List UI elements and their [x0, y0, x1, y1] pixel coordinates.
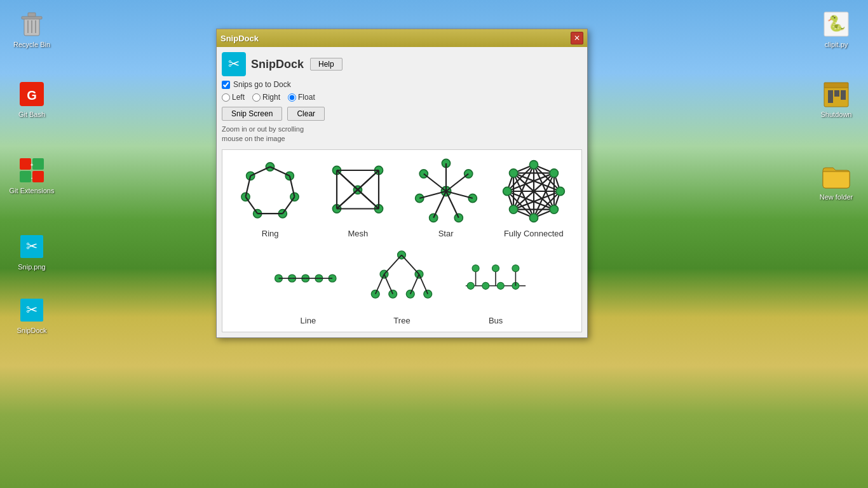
svg-line-32 — [270, 166, 290, 175]
bus-label: Bus — [489, 316, 503, 325]
svg-line-123 — [376, 274, 384, 294]
svg-point-128 — [467, 282, 474, 289]
snipdock-desktop-icon: ✂ — [17, 295, 47, 325]
svg-point-101 — [529, 214, 538, 222]
svg-line-52 — [358, 190, 379, 209]
clear-button[interactable]: Clear — [287, 107, 325, 121]
svg-point-104 — [509, 169, 517, 177]
radio-float[interactable] — [288, 93, 296, 102]
svg-rect-9 — [32, 158, 44, 170]
svg-line-36 — [246, 197, 258, 214]
radio-right[interactable] — [252, 93, 261, 102]
svg-line-66 — [433, 191, 446, 218]
snip-png-label: Snip.png — [18, 263, 45, 271]
svg-text:🐍: 🐍 — [827, 14, 846, 32]
radio-left-option: Left — [222, 93, 245, 102]
desktop-icon-clipit[interactable]: 🐍 clipit.py — [811, 6, 862, 51]
svg-rect-24 — [841, 90, 846, 100]
desktop-icon-snip-png[interactable]: ✂ Snip.png — [6, 229, 57, 273]
svg-point-60 — [415, 194, 423, 202]
app-icon-box: ✂ — [222, 52, 246, 76]
svg-text:✂: ✂ — [26, 238, 37, 254]
topology-image-area[interactable]: Ring — [222, 149, 582, 332]
topology-ring: Ring — [229, 156, 311, 238]
svg-point-133 — [492, 265, 499, 272]
svg-point-129 — [482, 282, 489, 289]
radio-right-label: Right — [262, 93, 280, 102]
git-extensions-label: Git Extensions — [10, 187, 55, 194]
window-title: SnipDock — [220, 34, 259, 43]
help-button[interactable]: Help — [310, 58, 342, 71]
svg-rect-23 — [834, 90, 839, 97]
svg-rect-2 — [28, 13, 36, 17]
svg-point-98 — [550, 169, 558, 177]
svg-line-124 — [384, 274, 393, 294]
desktop-icon-recycle-bin[interactable]: Recycle Bin — [6, 6, 57, 51]
snips-go-to-dock-label: Snips go to Dock — [233, 80, 291, 89]
svg-point-99 — [556, 187, 564, 195]
scissors-icon: ✂ — [228, 56, 240, 72]
snipdock-desktop-label: SnipDock — [17, 327, 46, 334]
desktop-icon-snipdock[interactable]: ✂ SnipDock — [6, 292, 57, 337]
svg-text:✂: ✂ — [26, 302, 37, 318]
radio-left-label: Left — [232, 93, 245, 102]
snip-screen-button[interactable]: Snip Screen — [222, 107, 282, 121]
topology-grid-row1: Ring — [229, 156, 575, 238]
svg-line-68 — [423, 173, 445, 191]
svg-line-126 — [419, 274, 428, 294]
svg-rect-11 — [32, 171, 44, 182]
svg-point-97 — [529, 160, 538, 168]
svg-line-125 — [410, 274, 419, 294]
snip-png-icon: ✂ — [17, 231, 47, 262]
svg-rect-10 — [20, 171, 31, 182]
svg-line-50 — [358, 170, 379, 190]
star-diagram — [411, 156, 481, 226]
desktop-icon-new-folder[interactable]: New folder — [811, 159, 862, 203]
ring-label: Ring — [262, 229, 279, 238]
topology-tree: Tree — [358, 243, 447, 325]
svg-point-130 — [498, 282, 505, 289]
clipit-label: clipit.py — [825, 41, 848, 48]
git-bash-icon: G — [17, 79, 47, 109]
shutdown-icon — [821, 79, 851, 109]
svg-point-132 — [472, 265, 479, 272]
svg-line-34 — [283, 197, 295, 214]
radio-left[interactable] — [222, 93, 230, 102]
recycle-bin-label: Recycle Bin — [13, 41, 50, 48]
line-label: Line — [301, 316, 316, 325]
window-titlebar: SnipDock ✕ — [217, 29, 587, 47]
svg-rect-21 — [824, 83, 848, 88]
svg-text:G: G — [27, 88, 37, 102]
svg-text:+: + — [31, 162, 34, 168]
svg-point-57 — [468, 194, 477, 202]
checkbox-row: Snips go to Dock — [222, 80, 582, 89]
mesh-label: Mesh — [348, 229, 368, 238]
clipit-icon: 🐍 — [821, 9, 851, 39]
desktop-icon-git-bash[interactable]: G Git Bash — [6, 76, 57, 121]
window-content: ✂ SnipDock Help Snips go to Dock Left Ri… — [217, 47, 587, 337]
window-close-button[interactable]: ✕ — [571, 32, 583, 44]
line-diagram — [273, 243, 343, 313]
svg-point-103 — [503, 187, 511, 195]
desktop-icon-shutdown[interactable]: Shutdown — [811, 76, 862, 121]
topology-mesh: Mesh — [316, 156, 399, 238]
svg-rect-1 — [22, 17, 42, 19]
recycle-bin-icon — [17, 9, 47, 39]
radio-float-option: Float — [288, 93, 315, 102]
svg-point-58 — [454, 214, 463, 222]
svg-line-63 — [446, 173, 468, 191]
topology-line: Line — [264, 243, 353, 325]
tree-diagram — [367, 243, 437, 313]
svg-rect-22 — [828, 90, 833, 103]
fully-connected-diagram — [499, 156, 569, 226]
svg-rect-8 — [20, 158, 31, 170]
button-row: Snip Screen Clear — [222, 107, 582, 121]
snips-go-to-dock-checkbox[interactable] — [222, 81, 230, 89]
star-label: Star — [438, 229, 454, 238]
new-folder-icon — [821, 161, 851, 192]
tree-label: Tree — [393, 316, 410, 325]
radio-right-option: Right — [252, 93, 280, 102]
svg-line-65 — [446, 191, 459, 218]
git-bash-label: Git Bash — [18, 111, 45, 118]
desktop-icon-git-extensions[interactable]: + - Git Extensions — [6, 152, 57, 197]
